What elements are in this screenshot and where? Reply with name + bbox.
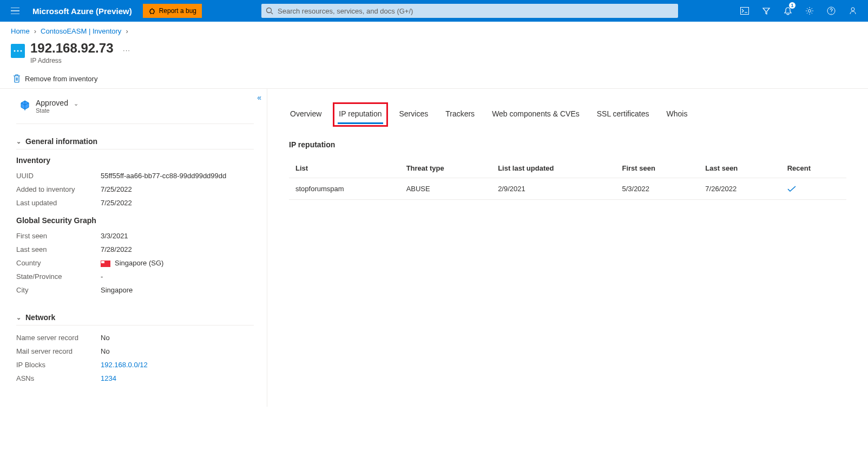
kv-row: Added to inventory7/25/2022 — [16, 183, 254, 196]
kv-key: Name server record — [16, 334, 101, 342]
svg-point-1 — [267, 8, 272, 13]
kv-key: ASNs — [16, 374, 101, 382]
flag-icon — [101, 261, 110, 267]
kv-value: Singapore — [101, 286, 254, 294]
column-header[interactable]: Recent — [781, 159, 846, 178]
help-icon[interactable] — [820, 0, 842, 22]
kv-value: - — [101, 272, 254, 281]
top-bar: Microsoft Azure (Preview) Report a bug 1 — [0, 0, 868, 22]
state-cube-icon — [19, 100, 30, 110]
page-subtitle: IP Address — [30, 57, 130, 64]
tab-ssl-certificates[interactable]: SSL certificates — [596, 105, 650, 124]
breadcrumb-inventory[interactable]: ContosoEASM | Inventory — [41, 27, 121, 35]
column-header[interactable]: First seen — [615, 159, 699, 178]
tab-overview[interactable]: Overview — [289, 105, 323, 124]
column-header[interactable]: List last updated — [491, 159, 615, 178]
svg-point-8 — [21, 50, 22, 52]
kv-key: IP Blocks — [16, 361, 101, 369]
notifications-icon[interactable]: 1 — [777, 0, 799, 22]
check-icon — [787, 186, 840, 192]
kv-row: Last updated7/25/2022 — [16, 196, 254, 210]
ip-address-icon — [11, 44, 25, 58]
kv-value: 7/25/2022 — [101, 185, 254, 193]
kv-value: No — [101, 347, 254, 355]
kv-row: First seen3/3/2021 — [16, 229, 254, 243]
section-network-toggle[interactable]: ⌄ Network — [16, 310, 254, 326]
breadcrumb: Home › ContosoEASM | Inventory › — [0, 22, 868, 38]
page-header: 192.168.92.73 ··· IP Address — [0, 38, 868, 71]
svg-point-3 — [808, 10, 811, 12]
kv-row: Last seen7/28/2022 — [16, 243, 254, 256]
kv-key: UUID — [16, 172, 101, 180]
ip-reputation-table: ListThreat typeList last updatedFirst se… — [289, 159, 846, 200]
cloud-shell-icon[interactable] — [734, 0, 755, 22]
kv-key: Last updated — [16, 199, 101, 207]
kv-value: Singapore (SG) — [101, 259, 254, 267]
collapse-panel-icon[interactable]: « — [257, 93, 261, 102]
panel-title: IP reputation — [289, 140, 846, 149]
section-general-title: General information — [25, 137, 97, 146]
breadcrumb-home[interactable]: Home — [11, 27, 30, 35]
kv-value: No — [101, 334, 254, 342]
feedback-icon[interactable] — [842, 0, 864, 22]
search-box[interactable] — [261, 4, 678, 18]
kv-key: State/Province — [16, 272, 101, 281]
column-header[interactable]: List — [289, 159, 400, 178]
trash-icon — [13, 74, 21, 83]
kv-value: 7/28/2022 — [101, 245, 254, 253]
kv-value: 55ff55ff-aa66-bb77-cc88-99dd99dd99dd — [101, 172, 254, 180]
table-row[interactable]: stopforumspamABUSE2/9/20215/3/20227/26/2… — [289, 178, 846, 200]
kv-value[interactable]: 1234 — [101, 374, 254, 382]
brand-label: Microsoft Azure (Preview) — [32, 6, 132, 16]
kv-row: Name server recordNo — [16, 331, 254, 344]
svg-point-5 — [851, 8, 854, 11]
tab-services[interactable]: Services — [398, 105, 430, 124]
main-panel: OverviewIP reputationServicesTrackersWeb… — [267, 89, 868, 407]
kv-row: CountrySingapore (SG) — [16, 256, 254, 270]
settings-icon[interactable] — [799, 0, 820, 22]
state-label: Approved — [36, 99, 68, 107]
content: « Approved ⌄ State ⌄ General information… — [0, 89, 868, 407]
kv-key: Mail server record — [16, 347, 101, 355]
recent-cell — [781, 178, 846, 200]
svg-point-7 — [17, 50, 19, 52]
topbar-right: 1 — [734, 0, 864, 22]
more-actions-button[interactable]: ··· — [123, 46, 130, 54]
kv-row: Mail server recordNo — [16, 344, 254, 358]
tab-ip-reputation[interactable]: IP reputation — [333, 102, 387, 127]
table-cell: 2/9/2021 — [491, 178, 615, 200]
chevron-down-icon: ⌄ — [16, 314, 21, 321]
search-input[interactable] — [278, 7, 674, 15]
inventory-heading: Inventory — [16, 156, 254, 165]
state-sublabel: State — [36, 107, 78, 114]
section-general-toggle[interactable]: ⌄ General information — [16, 134, 254, 149]
kv-value[interactable]: 192.168.0.0/12 — [101, 361, 254, 369]
column-header[interactable]: Last seen — [699, 159, 780, 178]
kv-row: ASNs1234 — [16, 372, 254, 385]
bug-icon — [148, 7, 156, 15]
notification-badge: 1 — [789, 2, 795, 9]
kv-row: UUID55ff55ff-aa66-bb77-cc88-99dd99dd99dd — [16, 169, 254, 183]
kv-value: 3/3/2021 — [101, 232, 254, 240]
report-bug-button[interactable]: Report a bug — [143, 4, 202, 18]
remove-from-inventory-button[interactable]: Remove from inventory — [13, 74, 97, 83]
column-header[interactable]: Threat type — [400, 159, 491, 178]
chevron-down-icon: ⌄ — [16, 138, 21, 145]
tab-web-components-cves[interactable]: Web components & CVEs — [491, 105, 581, 124]
tab-trackers[interactable]: Trackers — [444, 105, 476, 124]
svg-point-6 — [14, 50, 16, 52]
chevron-down-icon: ⌄ — [74, 100, 78, 107]
table-cell: ABUSE — [400, 178, 491, 200]
tabs: OverviewIP reputationServicesTrackersWeb… — [289, 105, 846, 124]
page-title: 192.168.92.73 — [30, 41, 113, 56]
table-cell: stopforumspam — [289, 178, 400, 200]
section-network-title: Network — [25, 313, 55, 322]
hamburger-menu-icon[interactable] — [4, 0, 26, 22]
filter-icon[interactable] — [755, 0, 777, 22]
kv-key: City — [16, 286, 101, 294]
state-selector[interactable]: Approved ⌄ — [36, 99, 78, 107]
search-icon — [266, 7, 273, 15]
tab-whois[interactable]: Whois — [665, 105, 688, 124]
kv-value: 7/25/2022 — [101, 199, 254, 207]
report-bug-label: Report a bug — [159, 7, 196, 15]
